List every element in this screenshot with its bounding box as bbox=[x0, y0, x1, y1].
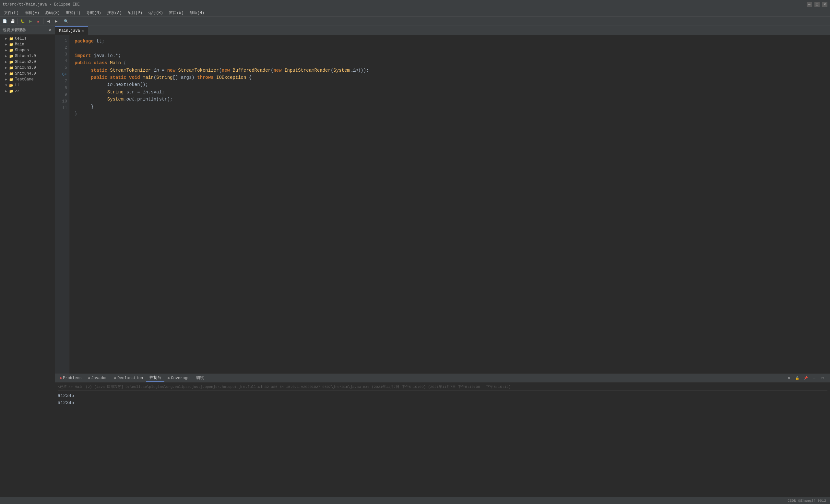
console-output-line-2: a12345 bbox=[58, 399, 827, 406]
sidebar-item-shixun40[interactable]: ▶ 📁 Shixun4.0 bbox=[0, 71, 55, 76]
tree-arrow-shixun10: ▶ bbox=[5, 54, 9, 58]
search-button[interactable]: 🔍 bbox=[63, 18, 70, 25]
sidebar-item-main[interactable]: ▶ 📁 Main bbox=[0, 41, 55, 48]
sidebar-item-label-shapes: Shapes bbox=[15, 48, 29, 53]
problems-dot bbox=[60, 377, 62, 379]
tab-label-main-java: Main.java bbox=[59, 29, 80, 33]
line-num-4: 4 bbox=[57, 58, 67, 65]
coverage-dot bbox=[168, 377, 169, 379]
console-minimize-button[interactable]: ─ bbox=[810, 375, 818, 382]
console-header-text: <已终止> Main (2) [Java 应用程序] D:\eclipse\pl… bbox=[58, 385, 511, 389]
bottom-tab-coverage[interactable]: Coverage bbox=[164, 375, 193, 381]
bottom-tab-label-javadoc: Javadoc bbox=[91, 376, 108, 380]
tab-main-java[interactable]: Main.java ✕ bbox=[55, 26, 88, 35]
javadoc-dot bbox=[88, 377, 90, 379]
tree-arrow-zz: ▶ bbox=[5, 89, 9, 93]
sidebar-item-label-shixun40: Shixun4.0 bbox=[15, 71, 36, 76]
bottom-tab-javadoc[interactable]: Javadoc bbox=[85, 375, 111, 381]
sidebar-item-zz[interactable]: ▶ 📁 zz bbox=[0, 88, 55, 94]
line-num-9: 9 bbox=[57, 91, 67, 98]
line-num-1: 1 bbox=[57, 38, 67, 44]
sidebar-item-label-testgame: TestGame bbox=[15, 77, 34, 82]
menu-bar: 文件(F) 编辑(E) 源码(S) 重构(T) 导航(N) 搜索(A) 项目(P… bbox=[0, 9, 830, 17]
status-text: CSDN @ZhangJf_0612 bbox=[788, 499, 826, 503]
toolbar-separator-1 bbox=[18, 19, 18, 24]
sidebar-item-cells[interactable]: ▶ 📁 Cells bbox=[0, 36, 55, 41]
declaration-dot bbox=[114, 377, 116, 379]
sidebar-item-label-zz: zz bbox=[15, 89, 20, 93]
forward-button[interactable]: ▶ bbox=[53, 18, 60, 25]
folder-icon-shixun20: 📁 bbox=[9, 60, 13, 64]
toolbar-separator-2 bbox=[43, 19, 43, 24]
menu-project[interactable]: 项目(P) bbox=[125, 9, 145, 16]
bottom-tab-bar: Problems Javadoc Declaration 控制台 bbox=[55, 374, 830, 382]
menu-help[interactable]: 帮助(H) bbox=[187, 9, 207, 16]
code-content[interactable]: package tt; import java.io.*; public cla… bbox=[69, 35, 830, 374]
bottom-tab-problems[interactable]: Problems bbox=[56, 375, 85, 381]
toolbar-separator-3 bbox=[61, 19, 61, 24]
folder-icon-testgame: 📁 bbox=[9, 77, 13, 82]
line-num-3: 3 bbox=[57, 51, 67, 58]
sidebar-close-button[interactable]: ✕ bbox=[47, 28, 52, 32]
menu-edit[interactable]: 编辑(E) bbox=[22, 9, 42, 16]
sidebar-item-label-shixun10: Shixun1.0 bbox=[15, 54, 36, 58]
console-maximize-button[interactable]: □ bbox=[819, 375, 826, 382]
bottom-tab-console[interactable]: 控制台 bbox=[146, 374, 164, 382]
main-layout: 包资源管理器 ✕ ▶ 📁 Cells ▶ 📁 Main ▶ 📁 Shapes ▶… bbox=[0, 26, 830, 497]
new-button[interactable]: 📄 bbox=[1, 18, 8, 25]
tab-close-main-java[interactable]: ✕ bbox=[82, 29, 84, 33]
sidebar-item-shixun10[interactable]: ▶ 📁 Shixun1.0 bbox=[0, 53, 55, 59]
sidebar-item-shixun30[interactable]: ▶ 📁 Shixun3.0 bbox=[0, 65, 55, 71]
maximize-button[interactable]: □ bbox=[815, 2, 820, 7]
sidebar-item-label-cells: Cells bbox=[15, 36, 27, 41]
folder-icon-tt: 📂 bbox=[9, 83, 13, 88]
folder-icon-cells: 📁 bbox=[9, 37, 13, 41]
sidebar-item-testgame[interactable]: ▶ 📁 TestGame bbox=[0, 76, 55, 83]
line-num-7: 7 bbox=[57, 78, 67, 85]
line-num-10: 10 bbox=[57, 98, 67, 105]
menu-run[interactable]: 运行(R) bbox=[146, 9, 166, 16]
minimize-button[interactable]: ─ bbox=[807, 2, 812, 7]
back-button[interactable]: ◀ bbox=[45, 18, 52, 25]
folder-icon-shixun30: 📁 bbox=[9, 66, 13, 70]
bottom-tab-label-problems: Problems bbox=[63, 376, 82, 380]
run-button[interactable]: ▶ bbox=[27, 18, 34, 25]
tree-arrow-tt: ▼ bbox=[5, 84, 9, 87]
bottom-tab-debug[interactable]: 调试 bbox=[193, 374, 207, 382]
console-header: <已终止> Main (2) [Java 应用程序] D:\eclipse\pl… bbox=[58, 384, 827, 391]
line-num-2: 2 bbox=[57, 44, 67, 51]
sidebar-item-shapes[interactable]: ▶ 📁 Shapes bbox=[0, 48, 55, 53]
menu-refactor[interactable]: 重构(T) bbox=[63, 9, 83, 16]
line-num-5: 5 bbox=[57, 65, 67, 71]
menu-source[interactable]: 源码(S) bbox=[42, 9, 63, 16]
sidebar-item-label-shixun20: Shixun2.0 bbox=[15, 60, 36, 64]
menu-navigate[interactable]: 导航(N) bbox=[84, 9, 104, 16]
sidebar-item-shixun20[interactable]: ▶ 📁 Shixun2.0 bbox=[0, 59, 55, 65]
bottom-panel: Problems Javadoc Declaration 控制台 bbox=[55, 374, 830, 497]
close-button[interactable]: ✕ bbox=[822, 2, 827, 7]
sidebar-tree: ▶ 📁 Cells ▶ 📁 Main ▶ 📁 Shapes ▶ 📁 Shixun… bbox=[0, 34, 55, 497]
sidebar-item-tt[interactable]: ▼ 📂 tt bbox=[0, 83, 55, 88]
menu-window[interactable]: 窗口(W) bbox=[166, 9, 186, 16]
tree-arrow-cells: ▶ bbox=[5, 37, 9, 40]
bottom-tab-declaration[interactable]: Declaration bbox=[111, 375, 146, 381]
console-clear-button[interactable]: ✕ bbox=[785, 375, 792, 382]
sidebar-item-label-tt: tt bbox=[15, 83, 20, 88]
folder-icon-shapes: 📁 bbox=[9, 48, 13, 53]
console-scroll-lock-button[interactable]: 🔒 bbox=[794, 375, 801, 382]
package-explorer: 包资源管理器 ✕ ▶ 📁 Cells ▶ 📁 Main ▶ 📁 Shapes ▶… bbox=[0, 26, 55, 497]
console-pin-button[interactable]: 📌 bbox=[802, 375, 809, 382]
window-title: tt/src/tt/Main.java - Eclipse IDE bbox=[3, 2, 807, 7]
bottom-tab-label-debug: 调试 bbox=[196, 375, 204, 381]
stop-button[interactable]: ■ bbox=[35, 18, 42, 25]
save-button[interactable]: 💾 bbox=[9, 18, 16, 25]
debug-button[interactable]: 🐛 bbox=[19, 18, 26, 25]
menu-file[interactable]: 文件(F) bbox=[1, 9, 22, 16]
folder-icon-zz: 📁 bbox=[9, 89, 13, 93]
console-output-line-1: a12345 bbox=[58, 392, 827, 399]
bottom-tab-label-console: 控制台 bbox=[150, 375, 161, 380]
status-bar: CSDN @ZhangJf_0612 bbox=[0, 497, 830, 504]
tree-arrow-shixun40: ▶ bbox=[5, 72, 9, 75]
menu-search[interactable]: 搜索(A) bbox=[104, 9, 125, 16]
code-editor[interactable]: 1 2 3 4 5 6• 7 8 9 10 11 package tt; imp… bbox=[55, 35, 830, 374]
